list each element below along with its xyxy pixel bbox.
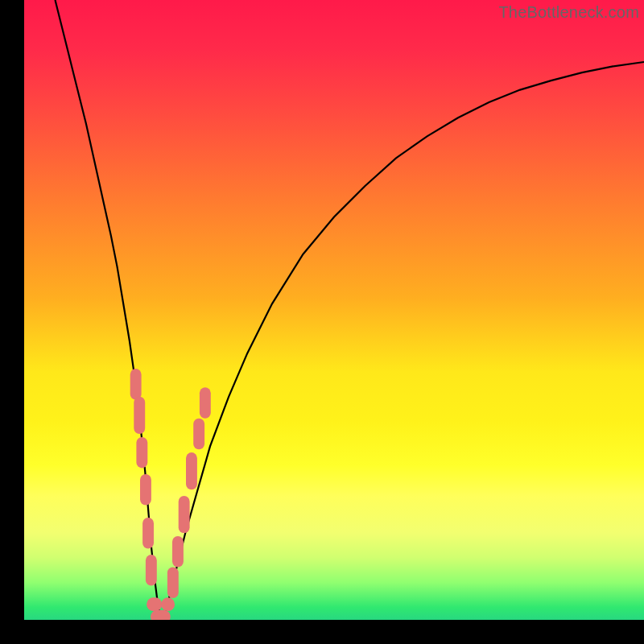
chart-frame: TheBottleneck.com [0, 0, 644, 644]
curve-layer [24, 0, 644, 620]
watermark-text: TheBottleneck.com [498, 3, 639, 22]
data-marker [140, 474, 151, 506]
data-marker [134, 397, 145, 434]
data-marker [200, 387, 211, 419]
data-marker [130, 369, 142, 400]
plot-area [24, 0, 644, 620]
data-marker [186, 452, 197, 489]
data-marker [179, 496, 190, 533]
data-marker [193, 419, 204, 450]
data-marker [146, 555, 157, 586]
data-marker [172, 536, 184, 568]
data-marker [161, 597, 175, 611]
data-marker [167, 568, 179, 599]
data-marker [136, 437, 147, 469]
data-marker [147, 597, 162, 611]
data-marker [151, 610, 171, 620]
data-marker [142, 518, 154, 549]
data-markers [130, 369, 211, 620]
